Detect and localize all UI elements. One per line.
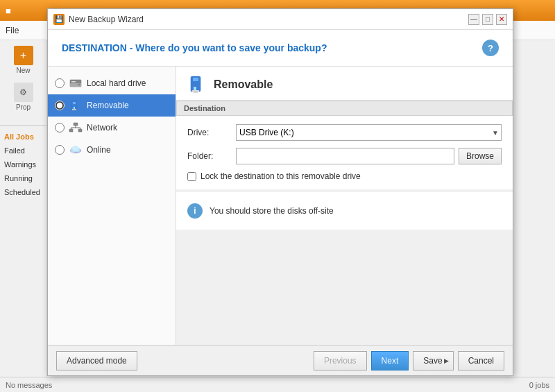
app-title: ■ (6, 6, 11, 16)
svg-rect-21 (193, 78, 198, 81)
right-panel-header: Removable (176, 67, 513, 101)
svg-rect-5 (73, 102, 76, 104)
drive-control-wrap: USB Drive (K:) ▼ (236, 124, 502, 141)
ribbon-tab-file[interactable]: File (6, 26, 19, 35)
save-arrow-icon: ▶ (444, 357, 449, 364)
dialog-main: Local hard drive Removable (48, 67, 513, 345)
save-label: Save (423, 356, 442, 366)
svg-rect-9 (74, 123, 78, 126)
dialog-title: New Backup Wizard (69, 15, 468, 24)
destination-label-removable: Removable (87, 101, 129, 110)
svg-rect-10 (69, 129, 73, 132)
info-icon: i (187, 203, 203, 219)
destination-label-online: Online (87, 145, 111, 155)
dialog-icon: 💾 (53, 14, 65, 25)
info-text: You should store the disks off-site (210, 206, 334, 216)
destination-option-removable[interactable]: Removable (48, 94, 176, 117)
sidebar-prop-label: Prop (16, 103, 31, 111)
lock-checkbox[interactable] (187, 172, 196, 181)
svg-point-2 (78, 84, 80, 86)
nav-section: All Jobs Failed Warnings Running Schedul… (0, 125, 46, 199)
svg-rect-3 (71, 81, 76, 83)
destination-label-local: Local hard drive (87, 78, 146, 88)
status-jobs: 0 jobs (529, 381, 549, 389)
network-icon (69, 122, 83, 133)
destination-radio-network[interactable] (55, 123, 65, 133)
cloud-icon (69, 144, 83, 155)
drive-row: Drive: USB Drive (K:) ▼ (187, 124, 502, 141)
lock-checkbox-row: Lock the destination to this removable d… (187, 171, 502, 181)
drive-label: Drive: (187, 128, 236, 137)
dialog-content: DESTINATION - Where do you want to save … (48, 30, 513, 375)
titlebar-controls: — □ ✕ (468, 14, 507, 25)
folder-input[interactable] (236, 148, 454, 164)
svg-rect-8 (73, 110, 76, 110)
nav-item-warnings[interactable]: Warnings (0, 157, 46, 171)
sidebar-new-label: New (16, 67, 30, 74)
cancel-button[interactable]: Cancel (458, 351, 504, 370)
destination-section-content: Drive: USB Drive (K:) ▼ (176, 116, 513, 189)
status-messages: No messages (6, 381, 52, 389)
destination-option-local[interactable]: Local hard drive (48, 72, 176, 94)
lock-checkbox-label: Lock the destination to this removable d… (200, 171, 361, 181)
folder-control-wrap: Browse (236, 148, 502, 164)
footer-right: Previous Next Save ▶ Cancel (314, 351, 504, 370)
app-statusbar: No messages 0 jobs (0, 377, 555, 392)
svg-rect-11 (78, 129, 82, 132)
help-button[interactable]: ? (482, 40, 499, 56)
close-button[interactable]: ✕ (496, 14, 507, 25)
maximize-button[interactable]: □ (482, 14, 493, 25)
right-panel: Removable Destination Drive: (176, 67, 513, 345)
nav-item-all-jobs[interactable]: All Jobs (0, 130, 46, 144)
dialog-header-title: DESTINATION - Where do you want to save … (62, 42, 327, 53)
destination-option-network[interactable]: Network (48, 117, 176, 139)
nav-item-failed[interactable]: Failed (0, 144, 46, 157)
svg-rect-22 (194, 87, 196, 90)
app-sidebar: + New ⚙ Prop All Jobs Failed Warnings Ru… (0, 40, 47, 392)
nav-item-scheduled[interactable]: Scheduled (0, 185, 46, 199)
destination-section-header: Destination (176, 101, 513, 116)
dialog-header: DESTINATION - Where do you want to save … (48, 30, 513, 67)
backup-wizard-dialog: 💾 New Backup Wizard — □ ✕ DESTINATION - … (47, 8, 513, 376)
destination-radio-local[interactable] (55, 78, 65, 88)
browse-button[interactable]: Browse (459, 148, 502, 164)
destination-radio-removable[interactable] (55, 101, 65, 110)
drive-select[interactable]: USB Drive (K:) (236, 124, 502, 141)
usb-drive-icon (187, 75, 207, 94)
nav-item-running[interactable]: Running (0, 171, 46, 185)
dialog-titlebar: 💾 New Backup Wizard — □ ✕ (48, 9, 513, 30)
folder-label: Folder: (187, 151, 236, 161)
destination-list: Local hard drive Removable (48, 67, 176, 345)
advanced-mode-button[interactable]: Advanced mode (56, 351, 137, 370)
info-box: i You should store the disks off-site (176, 192, 513, 230)
destination-label-network: Network (87, 123, 117, 133)
folder-row: Folder: Browse (187, 148, 502, 164)
svg-rect-24 (194, 92, 198, 93)
removable-icon-small (69, 100, 83, 111)
svg-point-19 (72, 146, 79, 151)
previous-button[interactable]: Previous (314, 351, 367, 370)
dialog-footer: Advanced mode Previous Next Save ▶ Cance… (48, 345, 513, 375)
destination-option-online[interactable]: Online (48, 139, 176, 161)
footer-left: Advanced mode (56, 351, 309, 370)
next-button[interactable]: Next (371, 351, 409, 370)
right-panel-title: Removable (214, 78, 273, 91)
destination-radio-online[interactable] (55, 145, 65, 155)
minimize-button[interactable]: — (468, 14, 479, 25)
sidebar-prop[interactable]: ⚙ Prop (14, 83, 33, 111)
drive-select-wrapper: USB Drive (K:) ▼ (236, 124, 502, 141)
right-panel-body: Destination Drive: USB Drive (K:) (176, 101, 513, 345)
svg-rect-6 (74, 107, 75, 109)
sidebar-new[interactable]: + New (14, 46, 33, 74)
hdd-icon (69, 78, 83, 89)
new-icon: + (14, 46, 33, 65)
prop-icon: ⚙ (14, 83, 33, 102)
save-button[interactable]: Save ▶ (413, 351, 453, 370)
